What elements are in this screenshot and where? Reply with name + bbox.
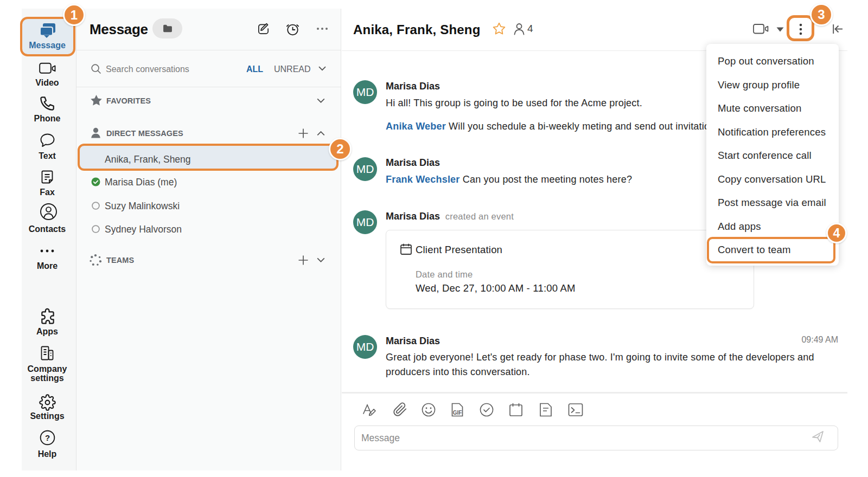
svg-text:?: ?: [44, 433, 49, 442]
svg-text:GIF: GIF: [453, 410, 462, 416]
